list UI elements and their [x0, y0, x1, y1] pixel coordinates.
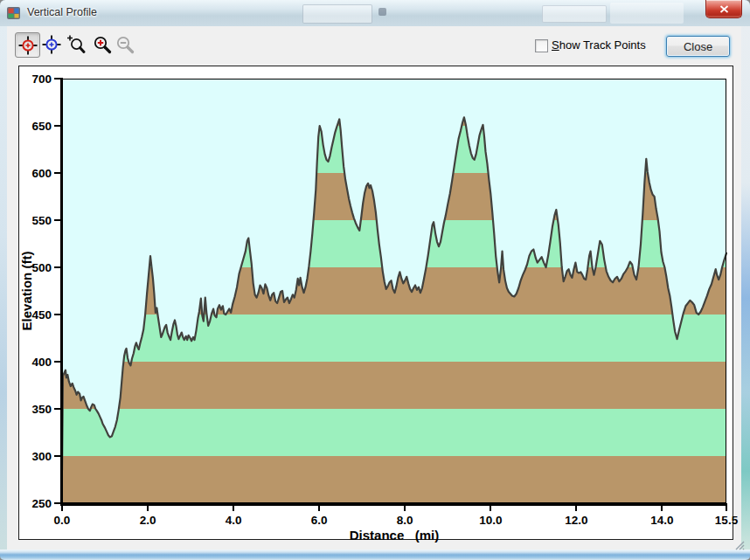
y-tick-label: 550	[31, 214, 52, 227]
show-track-points-checkbox[interactable]	[535, 39, 548, 52]
y-tick-label: 350	[31, 403, 52, 416]
elevation-band	[62, 456, 726, 503]
y-axis-title: Elevation (ft)	[19, 252, 34, 331]
magnifier-minus-icon	[115, 34, 135, 55]
window-frame-bottom	[0, 550, 750, 560]
magnifier-select-icon	[66, 34, 87, 55]
x-tick-label: 14.0	[650, 514, 673, 527]
window-frame-left	[0, 26, 7, 550]
x-tick-label: 12.0	[565, 514, 587, 527]
zoom-in-button[interactable]	[90, 32, 114, 56]
y-tick-label: 250	[31, 497, 52, 510]
y-tick-label: 600	[31, 167, 52, 180]
close-button[interactable]: Close	[666, 36, 730, 57]
x-tick-label: 8.0	[397, 514, 413, 527]
red-crosshair-icon	[17, 35, 38, 56]
y-tick-label: 300	[31, 450, 52, 463]
measure-track-point-button[interactable]	[39, 32, 63, 56]
chart-panel: 2503003504004505005506006507000.02.04.06…	[18, 66, 733, 540]
app-icon	[7, 6, 21, 20]
x-tick-label: 6.0	[311, 514, 328, 527]
x-tick-label: 4.0	[226, 514, 242, 527]
background-ghost	[542, 5, 607, 23]
y-tick-label: 450	[31, 308, 52, 321]
magnifier-plus-icon	[92, 34, 113, 55]
y-tick-label: 700	[31, 73, 52, 86]
zoom-selection-button[interactable]	[64, 32, 87, 56]
window-frame-right	[741, 26, 750, 550]
window-title: Vertical Profile	[27, 0, 97, 26]
x-axis-title: Distance (mi)	[350, 528, 440, 543]
titlebar[interactable]: Vertical Profile	[0, 0, 750, 26]
zoom-out-button[interactable]	[113, 32, 136, 56]
background-ghost	[610, 3, 684, 24]
y-tick-label: 400	[31, 356, 52, 369]
close-icon	[719, 5, 729, 13]
elevation-band	[62, 409, 726, 456]
select-track-point-button[interactable]	[15, 32, 40, 58]
x-tick-label: 2.0	[140, 514, 156, 527]
resize-grip[interactable]	[734, 538, 745, 549]
window-close-button[interactable]	[705, 0, 742, 18]
background-ghost	[378, 8, 386, 16]
blue-crosshair-icon	[41, 34, 62, 55]
y-tick-label: 500	[31, 261, 52, 274]
elevation-profile-chart[interactable]: 2503003504004505005506006507000.02.04.06…	[19, 66, 733, 539]
x-tick-label: 0.0	[54, 514, 71, 527]
show-track-points-label[interactable]: Show Track Points	[552, 38, 646, 52]
y-tick-label: 650	[31, 120, 52, 133]
elevation-band	[62, 362, 726, 409]
x-tick-label: 10.0	[479, 514, 502, 527]
vertical-profile-window: Vertical Profile	[0, 0, 750, 560]
background-ghost	[302, 4, 372, 24]
x-tick-label: 15.5	[715, 514, 739, 527]
